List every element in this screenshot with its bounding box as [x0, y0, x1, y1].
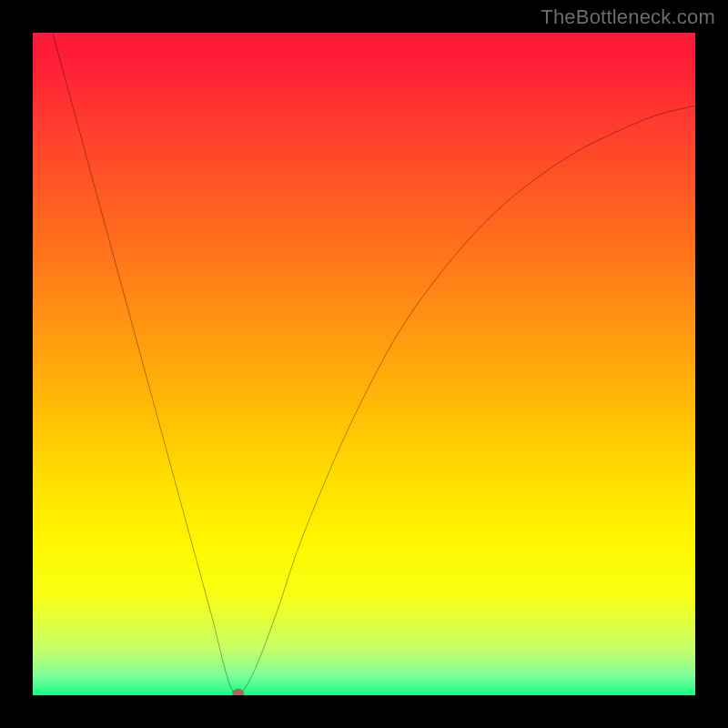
minimum-marker [232, 689, 244, 695]
plot-area [33, 33, 695, 695]
curve-svg [33, 33, 695, 695]
chart-frame: TheBottleneck.com [0, 0, 728, 728]
watermark-text: TheBottleneck.com [541, 5, 715, 29]
bottleneck-curve [53, 33, 695, 693]
